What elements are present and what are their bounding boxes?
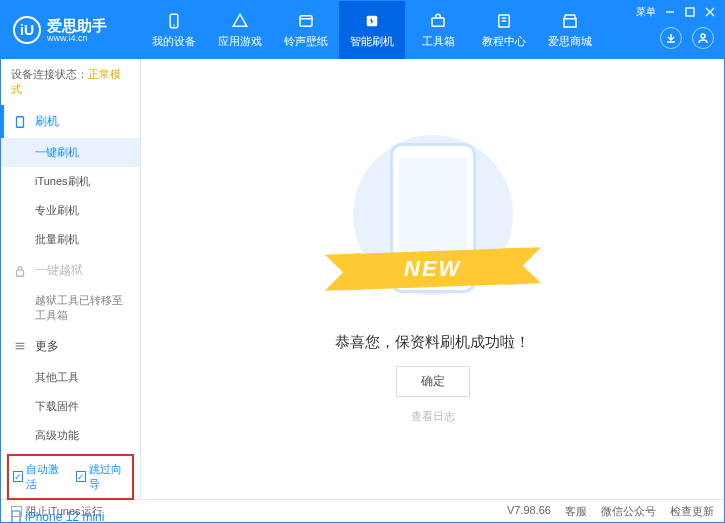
block-itunes-checkbox[interactable] — [11, 506, 22, 517]
svg-rect-10 — [686, 8, 694, 16]
ribbon-text: NEW — [404, 256, 461, 282]
main-nav: 我的设备 应用游戏 铃声壁纸 智能刷机 工具箱 教程中心 爱思商城 — [141, 1, 603, 59]
app-url: www.i4.cn — [47, 33, 107, 43]
logo-icon: iU — [13, 16, 41, 44]
ok-button[interactable]: 确定 — [396, 366, 470, 397]
sidebar-item-advanced[interactable]: 高级功能 — [1, 421, 140, 450]
user-icon — [697, 32, 709, 44]
store-icon — [560, 12, 580, 30]
sidebar-item-download-firmware[interactable]: 下载固件 — [1, 392, 140, 421]
conn-label: 设备连接状态： — [11, 68, 88, 80]
svg-rect-4 — [432, 18, 444, 26]
apps-icon — [230, 12, 250, 30]
checkbox-label: 自动激活 — [26, 462, 65, 492]
app-name: 爱思助手 — [47, 18, 107, 33]
block-itunes-label: 阻止iTunes运行 — [26, 504, 103, 519]
checkbox-icon: ✓ — [76, 471, 86, 482]
nav-tutorials[interactable]: 教程中心 — [471, 1, 537, 59]
sidebar: 设备连接状态：正常模式 刷机 一键刷机 iTunes刷机 专业刷机 批量刷机 一… — [1, 59, 141, 499]
sidebar-item-pro-flash[interactable]: 专业刷机 — [1, 196, 140, 225]
checkbox-skip-guide[interactable]: ✓ 跳过向导 — [76, 462, 129, 492]
nav-label: 应用游戏 — [218, 34, 262, 49]
checkbox-auto-activate[interactable]: ✓ 自动激活 — [13, 462, 66, 492]
nav-ringtones[interactable]: 铃声壁纸 — [273, 1, 339, 59]
nav-smart-flash[interactable]: 智能刷机 — [339, 1, 405, 59]
section-title: 一键越狱 — [35, 262, 83, 279]
main-content: NEW 恭喜您，保资料刷机成功啦！ 确定 查看日志 — [141, 59, 724, 499]
sidebar-item-other-tools[interactable]: 其他工具 — [1, 363, 140, 392]
phone-icon — [164, 12, 184, 30]
maximize-icon[interactable] — [684, 6, 696, 18]
download-button[interactable] — [660, 27, 682, 49]
minimize-icon[interactable] — [664, 6, 676, 18]
sidebar-section-more[interactable]: 更多 — [1, 330, 140, 363]
footer-link-update[interactable]: 检查更新 — [670, 504, 714, 519]
nav-label: 铃声壁纸 — [284, 34, 328, 49]
sidebar-section-flash[interactable]: 刷机 — [1, 105, 140, 138]
svg-rect-14 — [17, 116, 24, 127]
sidebar-section-jailbreak[interactable]: 一键越狱 — [1, 254, 140, 287]
nav-label: 我的设备 — [152, 34, 196, 49]
nav-label: 工具箱 — [422, 34, 455, 49]
svg-rect-15 — [17, 270, 24, 276]
footer-link-wechat[interactable]: 微信公众号 — [601, 504, 656, 519]
nav-label: 教程中心 — [482, 34, 526, 49]
flash-icon — [362, 12, 382, 30]
success-message: 恭喜您，保资料刷机成功啦！ — [335, 333, 530, 352]
nav-toolbox[interactable]: 工具箱 — [405, 1, 471, 59]
footer-link-support[interactable]: 客服 — [565, 504, 587, 519]
toolbox-icon — [428, 12, 448, 30]
flash-section-icon — [13, 115, 27, 129]
section-title: 更多 — [35, 338, 59, 355]
success-illustration: NEW — [333, 135, 533, 315]
options-highlight-box: ✓ 自动激活 ✓ 跳过向导 — [7, 454, 134, 500]
close-icon[interactable] — [704, 6, 716, 18]
lock-icon — [13, 264, 27, 278]
menu-link[interactable]: 菜单 — [636, 5, 656, 19]
nav-label: 爱思商城 — [548, 34, 592, 49]
user-button[interactable] — [692, 27, 714, 49]
window-controls: 菜单 — [636, 5, 716, 19]
nav-my-device[interactable]: 我的设备 — [141, 1, 207, 59]
view-log-link[interactable]: 查看日志 — [411, 409, 455, 424]
version-label: V7.98.66 — [507, 504, 551, 519]
logo-area: iU 爱思助手 www.i4.cn — [1, 16, 141, 44]
book-icon — [494, 12, 514, 30]
sidebar-item-batch-flash[interactable]: 批量刷机 — [1, 225, 140, 254]
more-icon — [13, 339, 27, 353]
jailbreak-note: 越狱工具已转移至工具箱 — [1, 287, 140, 330]
svg-rect-2 — [300, 15, 312, 26]
connection-status: 设备连接状态：正常模式 — [1, 59, 140, 105]
sidebar-item-itunes-flash[interactable]: iTunes刷机 — [1, 167, 140, 196]
sidebar-item-onekey-flash[interactable]: 一键刷机 — [1, 138, 140, 167]
wallpaper-icon — [296, 12, 316, 30]
section-title: 刷机 — [35, 113, 59, 130]
svg-point-13 — [701, 34, 705, 38]
svg-rect-8 — [564, 18, 576, 26]
nav-label: 智能刷机 — [350, 34, 394, 49]
app-header: iU 爱思助手 www.i4.cn 我的设备 应用游戏 铃声壁纸 智能刷机 工具… — [1, 1, 724, 59]
checkbox-label: 跳过向导 — [89, 462, 128, 492]
nav-store[interactable]: 爱思商城 — [537, 1, 603, 59]
download-icon — [665, 32, 677, 44]
checkbox-icon: ✓ — [13, 471, 23, 482]
new-ribbon: NEW — [343, 247, 523, 289]
nav-apps[interactable]: 应用游戏 — [207, 1, 273, 59]
